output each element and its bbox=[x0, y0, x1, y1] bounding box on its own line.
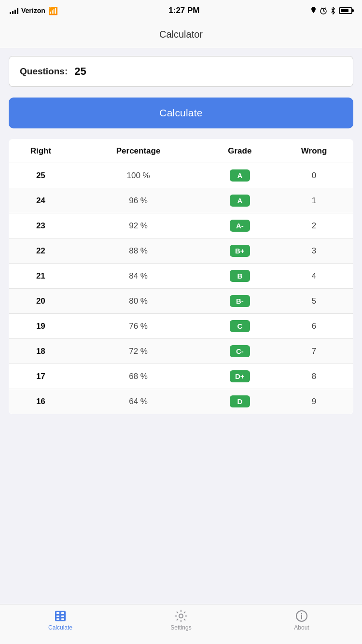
cell-percentage: 92 % bbox=[72, 213, 205, 238]
tab-settings[interactable]: Settings bbox=[152, 609, 210, 631]
cell-grade: D bbox=[204, 389, 275, 414]
cell-right: 25 bbox=[9, 163, 72, 188]
col-header-percentage: Percentage bbox=[72, 140, 205, 163]
tab-calculate[interactable]: Calculate bbox=[31, 609, 89, 631]
cell-right: 17 bbox=[9, 364, 72, 389]
cell-wrong: 4 bbox=[275, 264, 353, 289]
cell-wrong: 7 bbox=[275, 339, 353, 364]
nav-title: Calculator bbox=[159, 29, 203, 40]
cell-right: 19 bbox=[9, 314, 72, 339]
table-row: 22 88 % B+ 3 bbox=[9, 238, 353, 264]
grade-table: Right Percentage Grade Wrong 25 100 % A … bbox=[9, 139, 353, 414]
table-row: 17 68 % D+ 8 bbox=[9, 364, 353, 389]
col-header-grade: Grade bbox=[204, 140, 275, 163]
cell-grade: C bbox=[204, 314, 275, 339]
table-row: 18 72 % C- 7 bbox=[9, 339, 353, 364]
cell-percentage: 96 % bbox=[72, 188, 205, 213]
cell-wrong: 5 bbox=[275, 289, 353, 314]
svg-rect-9 bbox=[61, 616, 64, 617]
gear-icon bbox=[174, 609, 188, 623]
wifi-icon: 📶 bbox=[48, 6, 58, 15]
svg-rect-10 bbox=[56, 618, 59, 620]
cell-percentage: 72 % bbox=[72, 339, 205, 364]
cell-percentage: 80 % bbox=[72, 289, 205, 314]
calculate-button[interactable]: Calculate bbox=[9, 98, 353, 128]
cell-right: 22 bbox=[9, 238, 72, 264]
cell-wrong: 1 bbox=[275, 188, 353, 213]
cell-wrong: 8 bbox=[275, 364, 353, 389]
cell-percentage: 100 % bbox=[72, 163, 205, 188]
cell-right: 24 bbox=[9, 188, 72, 213]
location-icon bbox=[310, 7, 317, 14]
table-row: 19 76 % C 6 bbox=[9, 314, 353, 339]
cell-wrong: 3 bbox=[275, 238, 353, 264]
questions-value: 25 bbox=[74, 65, 86, 78]
cell-grade: C- bbox=[204, 339, 275, 364]
questions-card: Questions: 25 bbox=[9, 56, 353, 87]
signal-icon bbox=[10, 7, 18, 14]
table-row: 25 100 % A 0 bbox=[9, 163, 353, 188]
tab-about-label: About bbox=[294, 624, 309, 631]
table-row: 21 84 % B 4 bbox=[9, 264, 353, 289]
col-header-right: Right bbox=[9, 140, 72, 163]
cell-right: 16 bbox=[9, 389, 72, 414]
cell-percentage: 64 % bbox=[72, 389, 205, 414]
nav-bar: Calculator bbox=[0, 21, 362, 48]
table-row: 16 64 % D 9 bbox=[9, 389, 353, 414]
svg-point-15 bbox=[301, 613, 302, 614]
cell-percentage: 68 % bbox=[72, 364, 205, 389]
cell-grade: A- bbox=[204, 213, 275, 238]
calculator-icon bbox=[54, 609, 67, 623]
cell-right: 18 bbox=[9, 339, 72, 364]
tab-about[interactable]: About bbox=[273, 609, 331, 631]
svg-rect-7 bbox=[61, 612, 64, 614]
cell-grade: B- bbox=[204, 289, 275, 314]
cell-grade: B+ bbox=[204, 238, 275, 264]
questions-label: Questions: bbox=[20, 66, 68, 77]
svg-line-4 bbox=[325, 8, 326, 9]
status-bar: Verizon 📶 1:27 PM bbox=[0, 0, 362, 21]
cell-wrong: 6 bbox=[275, 314, 353, 339]
cell-right: 20 bbox=[9, 289, 72, 314]
time-label: 1:27 PM bbox=[168, 6, 199, 15]
bluetooth-icon bbox=[330, 7, 336, 14]
cell-percentage: 84 % bbox=[72, 264, 205, 289]
table-row: 24 96 % A 1 bbox=[9, 188, 353, 213]
cell-right: 23 bbox=[9, 213, 72, 238]
table-row: 23 92 % A- 2 bbox=[9, 213, 353, 238]
battery-icon bbox=[339, 7, 352, 14]
cell-grade: A bbox=[204, 188, 275, 213]
cell-percentage: 76 % bbox=[72, 314, 205, 339]
status-right bbox=[310, 7, 352, 14]
info-icon bbox=[295, 609, 308, 623]
main-content: Questions: 25 Calculate Right Percentage… bbox=[0, 48, 362, 454]
svg-rect-11 bbox=[61, 618, 64, 620]
tab-bar: Calculate Settings About bbox=[0, 604, 362, 644]
svg-point-12 bbox=[179, 614, 183, 618]
cell-grade: D+ bbox=[204, 364, 275, 389]
carrier-label: Verizon bbox=[21, 7, 45, 14]
cell-wrong: 0 bbox=[275, 163, 353, 188]
cell-grade: B bbox=[204, 264, 275, 289]
cell-percentage: 88 % bbox=[72, 238, 205, 264]
svg-rect-6 bbox=[56, 612, 59, 614]
cell-right: 21 bbox=[9, 264, 72, 289]
table-row: 20 80 % B- 5 bbox=[9, 289, 353, 314]
table-header-row: Right Percentage Grade Wrong bbox=[9, 140, 353, 163]
svg-line-3 bbox=[321, 8, 322, 9]
cell-wrong: 2 bbox=[275, 213, 353, 238]
col-header-wrong: Wrong bbox=[275, 140, 353, 163]
cell-wrong: 9 bbox=[275, 389, 353, 414]
alarm-icon bbox=[320, 7, 327, 14]
tab-calculate-label: Calculate bbox=[48, 624, 72, 631]
status-left: Verizon 📶 bbox=[10, 6, 58, 15]
cell-grade: A bbox=[204, 163, 275, 188]
svg-rect-8 bbox=[56, 616, 59, 617]
tab-settings-label: Settings bbox=[170, 624, 191, 631]
